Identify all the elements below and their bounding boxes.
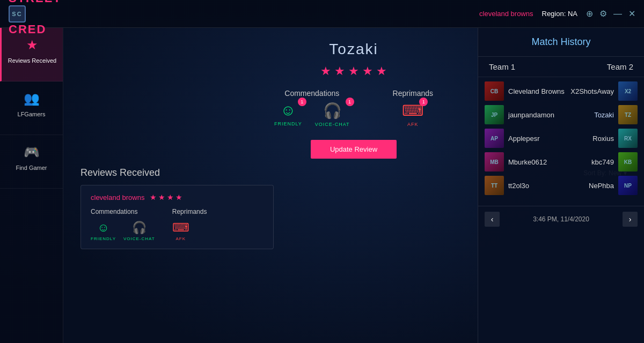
review-card: cleveland browns ★ ★ ★ ★ Commendations ☺ [80,185,274,249]
voice-chat-comm: 1 🎧 VOICE-CHAT [315,102,350,127]
review-commendations: Commendations ☺ FRIENDLY 🎧 VOICE-CHAT [91,208,155,241]
player-name-applepesr: Applepesr [508,135,540,143]
review-friendly-icon: ☺ [97,221,109,235]
review-stars: ★ ★ ★ ★ [150,193,182,202]
review-comm-title: Commendations [91,208,155,215]
sidebar-item-label: Reviews Received [8,57,56,64]
header: STREET SC CRED cleveland browns Region: … [0,0,644,28]
star-4: ★ [362,64,373,78]
player-right-5: NP NePhba [589,176,638,195]
match-history-players: CB Cleveland Browns X2 X2ShotsAway [478,77,644,204]
player-right-1: X2 X2ShotsAway [570,81,638,101]
friendly-label: FRIENDLY [274,121,302,126]
player-left-2: JP jaunpandamon [485,105,554,124]
avatar-x2shotsaway: X2 [618,81,638,101]
review-reprimands: Reprimands ⌨ AFK [172,208,207,241]
match-timestamp: 3:46 PM, 11/4/2020 [533,215,589,223]
team2-label: Team 2 [561,62,634,71]
player-left-1: CB Cleveland Browns [485,81,565,101]
star-3: ★ [348,64,359,78]
prev-match-button[interactable]: ‹ [485,212,500,227]
team1-label: Team 1 [489,62,561,71]
header-icons: ⊕ ⚙ — ✕ [586,9,635,19]
header-region: Region: NA [542,10,578,18]
afk-rep: 1 ⌨ AFK [402,102,423,127]
main-content: Tozaki ★ ★ ★ ★ ★ Commendations 1 ☺ FRIEN… [63,28,644,343]
sidebar-item-lfgamers[interactable]: 👥 LFGamers [0,81,63,135]
player-name-roxius: Roxius [592,135,614,143]
match-history-title: Match History [487,36,635,48]
update-review-button[interactable]: Update Review [311,140,397,159]
avatar-roxius: RX [618,129,638,148]
player-name-tozaki: Tozaki [594,111,614,119]
users-icon: 👥 [24,91,40,106]
review-afk-icon: ⌨ [172,221,189,235]
reviewer-name: cleveland browns [91,193,144,202]
review-star-3: ★ [167,193,174,202]
star-1: ★ [320,64,331,78]
friendly-comm: 1 ☺ FRIENDLY [274,102,302,127]
commendations-section: Commendations 1 ☺ FRIENDLY 1 🎧 VOICE-CHA… [274,89,350,127]
afk-label: AFK [407,122,419,127]
review-friendly: ☺ FRIENDLY [91,221,116,241]
avatar-applepesr: AP [485,129,504,148]
match-history-footer: ‹ 3:46 PM, 11/4/2020 › [478,206,644,232]
sidebar-item-label: LFGamers [18,110,46,118]
discord-icon[interactable]: ⊕ [586,9,593,19]
sidebar-item-find-gamer[interactable]: 🎮 Find Gamer [0,135,63,189]
sidebar: ★ Reviews Received 👥 LFGamers 🎮 Find Gam… [0,28,63,343]
friendly-icon: ☺ [281,102,296,119]
review-body: Commendations ☺ FRIENDLY 🎧 VOICE-CHAT [91,208,264,241]
match-history-panel: Match History Team 1 Team 2 CB Cleveland… [478,28,644,343]
player-name-cleveland-browns: Cleveland Browns [508,87,565,95]
reprimands-section: Reprimands 1 ⌨ AFK [393,89,433,127]
layout: ★ Reviews Received 👥 LFGamers 🎮 Find Gam… [0,28,644,343]
player-row-5: TT tt2ol3o NP NePhba [485,176,638,195]
voice-chat-label: VOICE-CHAT [315,122,350,127]
avatar-jaunpandamon: JP [485,105,504,124]
next-match-button[interactable]: › [623,212,638,227]
star-icon: ★ [26,38,38,53]
player-row-2: JP jaunpandamon TZ Tozaki [485,105,638,124]
player-name-mburke0612: Mburke0612 [508,158,547,166]
logo: STREET SC CRED [9,0,62,36]
player-name-jaunpandamon: jaunpandamon [508,111,554,119]
minimize-icon[interactable]: — [613,9,622,19]
player-name-x2shotsaway: X2ShotsAway [570,87,614,95]
player-left-5: TT tt2ol3o [485,176,529,195]
afk-badge: 1 [419,98,428,106]
review-star-2: ★ [158,193,165,202]
avatar-tozaki: TZ [618,105,638,124]
voice-chat-badge: 1 [346,98,354,106]
avatar-kbc749: KB [618,152,638,172]
header-username: cleveland browns [479,10,533,18]
review-star-4: ★ [175,193,182,202]
reprimands-title: Reprimands [393,89,433,98]
commendations-title: Commendations [274,89,350,98]
review-rep-icons: ⌨ AFK [172,221,207,241]
avatar-mburke0612: MB [485,152,504,172]
player-left-4: MB Mburke0612 [485,152,547,172]
player-name-tt2ol3o: tt2ol3o [508,182,529,190]
review-comm-icons: ☺ FRIENDLY 🎧 VOICE-CHAT [91,221,155,241]
player-row-1: CB Cleveland Browns X2 X2ShotsAway [485,81,638,101]
voice-chat-icon: 🎧 [323,102,342,120]
player-row-3: AP Applepesr RX Roxius [485,129,638,148]
review-card-header: cleveland browns ★ ★ ★ ★ [91,193,264,202]
gear-icon[interactable]: ⚙ [599,9,607,19]
player-left-3: AP Applepesr [485,129,540,148]
review-afk: ⌨ AFK [172,221,189,241]
match-history-header: Match History [478,28,644,57]
review-star-1: ★ [150,193,157,202]
header-right: cleveland browns Region: NA ⊕ ⚙ — ✕ [479,9,635,19]
review-friendly-label: FRIENDLY [91,236,116,241]
sidebar-item-label: Find Gamer [16,164,47,172]
close-icon[interactable]: ✕ [628,9,635,19]
star-2: ★ [334,64,345,78]
review-voice-chat-icon: 🎧 [132,221,147,235]
player-right-3: RX Roxius [592,129,638,148]
avatar-nephba: NP [618,176,638,195]
avatar-cleveland-browns: CB [485,81,504,101]
commendations-icons: 1 ☺ FRIENDLY 1 🎧 VOICE-CHAT [274,102,350,127]
player-right-2: TZ Tozaki [594,105,638,124]
